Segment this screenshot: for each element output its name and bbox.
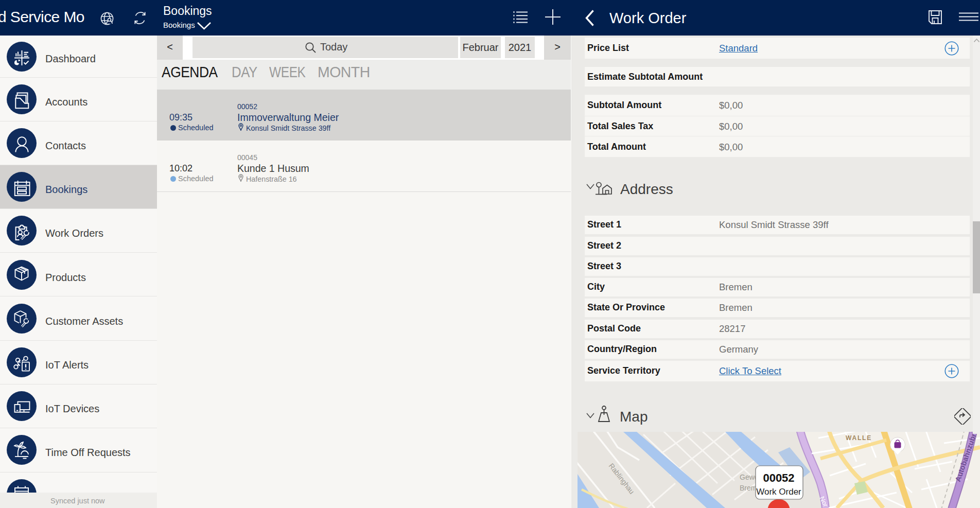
svg-text:00052: 00052 — [763, 471, 794, 484]
svg-text:Work Order: Work Order — [756, 487, 801, 497]
svg-text:WALLE: WALLE — [846, 434, 872, 442]
